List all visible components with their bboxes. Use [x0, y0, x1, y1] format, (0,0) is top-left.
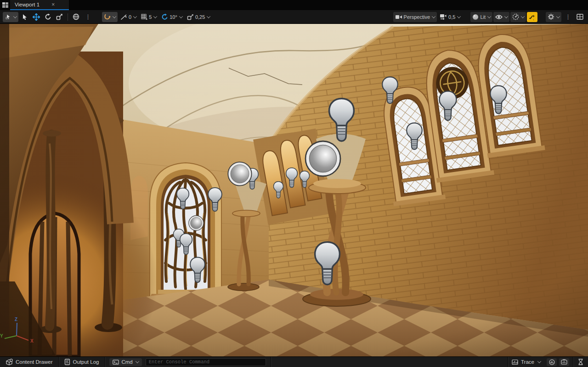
unreal-editor-window: Viewport 1 × [0, 0, 588, 367]
surface-snap-control[interactable]: 0 [119, 12, 138, 22]
chevron-down-icon [13, 14, 17, 18]
toolbar-right-group: Perspective 0,5 Lit [393, 12, 585, 22]
perspective-icon [395, 14, 402, 20]
viewport-scene[interactable]: Z X Y [0, 24, 588, 356]
world-coordinate-toggle[interactable] [71, 12, 81, 22]
docking-tabs-icon[interactable] [2, 2, 8, 8]
chevron-down-icon [153, 14, 157, 18]
chevron-down-icon [113, 14, 116, 18]
chevron-down-icon [457, 14, 461, 18]
chevron-down-icon [133, 14, 137, 18]
chevron-down-icon [487, 14, 491, 18]
chevron-down-icon [432, 14, 435, 18]
gear-icon [548, 13, 554, 20]
rotation-snap-value: 10° [170, 14, 177, 20]
status-bar: Content Drawer Output Log Cmd [0, 356, 588, 367]
statusbar-right-group: Trace [508, 357, 588, 367]
camera-speed-value: 0,5 [448, 14, 455, 20]
snapping-dropdown[interactable] [102, 12, 118, 22]
quad-layout-icon [577, 14, 583, 20]
select-mode-dropdown[interactable] [3, 12, 18, 22]
chevron-down-icon [135, 359, 139, 363]
grid-snap-value: 5 [149, 14, 152, 20]
transform-options-menu[interactable]: ⋮ [82, 12, 94, 22]
lit-sphere-icon [472, 14, 479, 20]
content-drawer-label: Content Drawer [16, 359, 53, 365]
tab-label: Viewport 1 [15, 2, 40, 7]
realtime-override-toggle[interactable] [527, 12, 537, 22]
toolbar-left-group: ⋮ 0 [3, 12, 212, 22]
cursor-icon [22, 14, 28, 20]
console-command-input[interactable] [146, 358, 266, 366]
snap-magnet-icon [104, 13, 111, 20]
chevron-down-icon [556, 14, 560, 18]
select-mode-icon [5, 14, 11, 20]
chevron-down-icon [521, 14, 525, 18]
sparkle-arrows-icon [529, 13, 536, 20]
trace-snapshot-button[interactable] [559, 358, 569, 366]
eye-icon [495, 14, 503, 20]
scale-snap-control[interactable]: 0,25 [185, 12, 212, 22]
cmd-label: Cmd [121, 359, 132, 365]
rotate-tool-button[interactable] [43, 12, 53, 22]
scale-snap-value: 0,25 [195, 14, 205, 20]
vignette-overlay [0, 24, 588, 356]
grid-snap-icon [141, 14, 147, 20]
viewport-tab-bar: Viewport 1 × [0, 0, 588, 10]
chevron-down-icon [537, 359, 541, 363]
toolbar-separator [68, 13, 68, 21]
ellipsis-vertical-icon: ⋮ [564, 13, 572, 20]
content-drawer-icon [6, 359, 13, 365]
hourglass-icon [578, 359, 583, 365]
globe-icon [73, 13, 79, 20]
statusbar-separator [104, 357, 105, 367]
camera-speed-icon [440, 14, 447, 20]
viewport-toolbar: ⋮ 0 [0, 10, 588, 24]
surface-snap-icon [120, 14, 127, 20]
view-mode-dropdown[interactable]: Lit [470, 12, 492, 22]
chevron-down-icon [179, 14, 183, 18]
perspective-dropdown[interactable]: Perspective [393, 12, 437, 22]
performance-visualizer-dropdown[interactable] [510, 12, 526, 22]
move-tool-button[interactable] [31, 12, 42, 22]
show-flags-dropdown[interactable] [493, 12, 509, 22]
camera-speed-control[interactable]: 0,5 [438, 12, 462, 22]
viewport-options-menu[interactable]: ⋮ [562, 12, 574, 22]
background-task-indicator[interactable] [573, 357, 588, 367]
scale-snap-icon [187, 14, 194, 20]
trace-label: Trace [521, 359, 534, 365]
viewport-layout-button[interactable] [575, 12, 585, 22]
viewport-settings-dropdown[interactable] [546, 12, 561, 22]
select-tool-button[interactable] [19, 12, 30, 22]
gauge-icon [512, 13, 519, 20]
viewport-scene-area[interactable]: Z X Y [0, 24, 588, 356]
output-log-icon [64, 359, 70, 365]
chevron-down-icon [207, 14, 210, 18]
rotation-snap-icon [161, 13, 168, 20]
view-mode-label: Lit [480, 14, 486, 20]
grid-snap-control[interactable]: 5 [139, 12, 158, 22]
insights-session-button[interactable] [547, 358, 557, 366]
perspective-label: Perspective [404, 14, 430, 20]
rotate-icon [45, 13, 51, 20]
close-icon[interactable]: × [51, 2, 55, 7]
content-drawer-button[interactable]: Content Drawer [0, 357, 58, 367]
tab-viewport-1[interactable]: Viewport 1 × [10, 0, 69, 10]
statusbar-separator [271, 357, 271, 367]
rotation-snap-control[interactable]: 10° [159, 12, 184, 22]
trace-dropdown[interactable]: Trace [508, 357, 544, 367]
scale-icon [56, 13, 63, 20]
trace-snapshot-icon [561, 359, 567, 365]
insights-icon [549, 359, 555, 365]
output-log-label: Output Log [73, 359, 99, 365]
move-icon [33, 13, 40, 21]
cmd-dropdown[interactable]: Cmd [109, 358, 141, 366]
output-log-button[interactable]: Output Log [59, 357, 105, 367]
scale-tool-button[interactable] [54, 12, 65, 22]
chevron-down-icon [504, 14, 508, 18]
console-icon [113, 360, 119, 365]
ellipsis-vertical-icon: ⋮ [84, 13, 92, 20]
surface-snap-value: 0 [129, 14, 131, 20]
trace-icon [512, 359, 518, 365]
